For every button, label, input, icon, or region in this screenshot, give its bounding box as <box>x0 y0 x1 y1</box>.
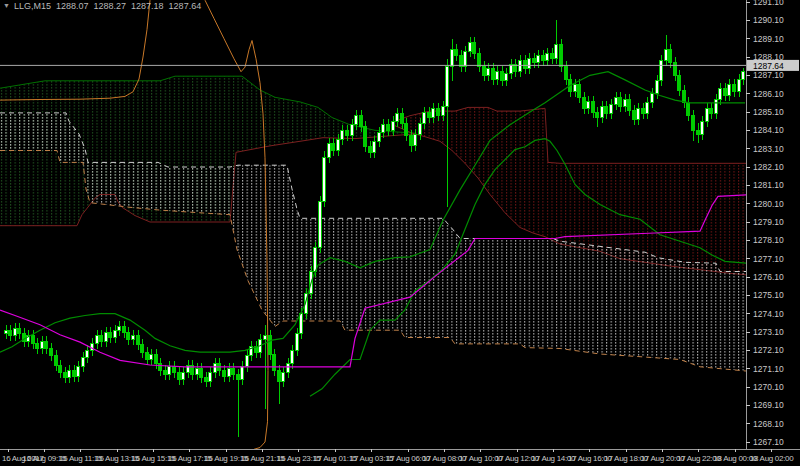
svg-text:1270.10: 1270.10 <box>753 382 784 392</box>
svg-text:1281.10: 1281.10 <box>753 180 784 190</box>
svg-text:1282.10: 1282.10 <box>753 162 784 172</box>
ohlc-close: 1287.64 <box>169 1 202 11</box>
svg-text:1287.10: 1287.10 <box>753 70 784 80</box>
price-chart-canvas[interactable]: 1291.101290.101289.101288.101287.101286.… <box>0 0 800 466</box>
ohlc-low: 1287.18 <box>131 1 164 11</box>
symbol-marker-icon: ▼ <box>3 2 10 9</box>
current-price-tag: 1287.64 <box>747 60 799 71</box>
symbol-header: ▼LLG,M151288.071288.271287.181287.64 <box>3 1 201 11</box>
svg-text:1277.10: 1277.10 <box>753 254 784 264</box>
svg-text:1278.10: 1278.10 <box>753 235 784 245</box>
svg-text:1289.10: 1289.10 <box>753 34 784 44</box>
svg-text:1268.10: 1268.10 <box>753 419 784 429</box>
chart-window: ▼LLG,M151288.071288.271287.181287.64 129… <box>0 0 800 466</box>
ohlc-high: 1288.27 <box>94 1 127 11</box>
svg-text:1276.10: 1276.10 <box>753 272 784 282</box>
svg-text:1267.10: 1267.10 <box>753 437 784 447</box>
svg-text:1272.10: 1272.10 <box>753 345 784 355</box>
svg-text:1285.10: 1285.10 <box>753 107 784 117</box>
svg-text:1274.10: 1274.10 <box>753 309 784 319</box>
svg-text:1291.10: 1291.10 <box>753 0 784 7</box>
svg-text:1269.10: 1269.10 <box>753 400 784 410</box>
svg-text:1290.10: 1290.10 <box>753 15 784 25</box>
svg-text:18 Aug 02:00: 18 Aug 02:00 <box>750 454 794 463</box>
svg-text:1283.10: 1283.10 <box>753 144 784 154</box>
svg-text:1280.10: 1280.10 <box>753 199 784 209</box>
svg-text:1287.64: 1287.64 <box>753 61 784 71</box>
svg-text:1284.10: 1284.10 <box>753 125 784 135</box>
symbol-name: LLG,M15 <box>14 1 51 11</box>
svg-text:1279.10: 1279.10 <box>753 217 784 227</box>
svg-text:1286.10: 1286.10 <box>753 89 784 99</box>
svg-text:1271.10: 1271.10 <box>753 364 784 374</box>
ohlc-open: 1288.07 <box>56 1 89 11</box>
svg-text:1275.10: 1275.10 <box>753 290 784 300</box>
svg-text:1273.10: 1273.10 <box>753 327 784 337</box>
